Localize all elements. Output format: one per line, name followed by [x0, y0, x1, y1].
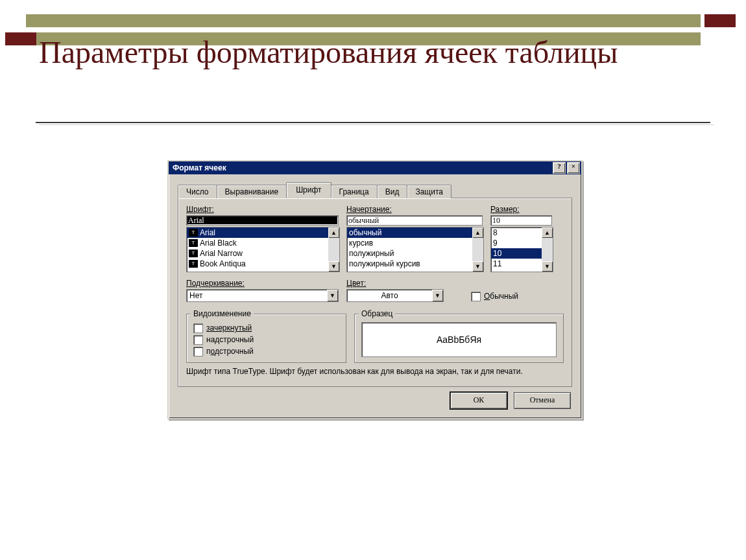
- style-input[interactable]: [346, 215, 483, 226]
- style-listbox[interactable]: обычный курсив полужирный полужирный кур…: [346, 227, 484, 272]
- checkbox-box: [193, 323, 203, 333]
- checkbox-box: [471, 292, 481, 301]
- scroll-down-icon[interactable]: ▼: [542, 261, 553, 272]
- font-scrollbar[interactable]: ▲ ▼: [328, 228, 339, 272]
- scroll-up-icon[interactable]: ▲: [472, 228, 483, 238]
- sample-text: AaBbБбЯя: [361, 322, 557, 357]
- title-bar[interactable]: Формат ячеек ? ×: [169, 161, 581, 174]
- normal-checkbox[interactable]: ООбычныйбычный: [471, 290, 564, 302]
- underline-combo[interactable]: Нет ▼: [186, 289, 339, 302]
- size-listbox[interactable]: 8 9 10 11 ▲ ▼: [490, 227, 553, 272]
- font-item[interactable]: TArial Black: [187, 238, 328, 248]
- slide-title: Параметры форматирования ячеек таблицы: [39, 36, 623, 69]
- help-button[interactable]: ?: [553, 162, 566, 174]
- effect-strikethrough[interactable]: зачеркнутый: [193, 322, 339, 334]
- style-item[interactable]: курсив: [347, 238, 472, 248]
- dialog-format-cells: Формат ячеек ? × Число Выравнивание Шриф…: [167, 160, 583, 419]
- tab-number[interactable]: Число: [178, 185, 217, 198]
- effect-label: зачеркнутый: [206, 322, 252, 334]
- effect-label: надстрочный: [206, 334, 254, 345]
- font-label: Шрифт:: [186, 205, 339, 214]
- effect-label: подстрочный: [206, 345, 254, 357]
- sample-groupbox: Образец AaBbБбЯя: [354, 314, 564, 363]
- ok-button[interactable]: ОК: [450, 392, 507, 409]
- font-item[interactable]: TArial: [187, 228, 328, 238]
- truetype-icon: T: [189, 250, 198, 257]
- underline-label: Подчеркивание:: [186, 279, 339, 288]
- tab-border[interactable]: Граница: [331, 185, 378, 198]
- truetype-icon: T: [189, 260, 198, 268]
- normal-checkbox-label: ООбычныйбычный: [484, 290, 518, 302]
- effects-legend: Видоизменение: [191, 309, 254, 318]
- tab-strip: Число Выравнивание Шрифт Граница Вид Защ…: [178, 182, 572, 198]
- chevron-down-icon[interactable]: ▼: [327, 290, 338, 301]
- decor-bar-red-1: [704, 14, 736, 27]
- size-scrollbar[interactable]: ▲ ▼: [542, 228, 553, 272]
- checkbox-box: [193, 347, 203, 356]
- sample-legend: Образец: [359, 309, 395, 318]
- scroll-up-icon[interactable]: ▲: [542, 228, 553, 238]
- font-item-label: Arial Black: [200, 238, 237, 248]
- color-combo[interactable]: Авто ▼: [346, 289, 444, 302]
- close-button[interactable]: ×: [567, 162, 580, 174]
- tab-pane-font: Шрифт: TArial TArial Black TArial Narrow…: [178, 198, 572, 387]
- scroll-down-icon[interactable]: ▼: [328, 261, 339, 272]
- title-bar-text: Формат ячеек: [173, 163, 551, 172]
- effect-subscript[interactable]: подстрочный подстрочный: [193, 345, 339, 357]
- tab-protection[interactable]: Защита: [407, 185, 451, 198]
- font-item[interactable]: TArial Narrow: [187, 248, 328, 259]
- truetype-icon: T: [189, 239, 198, 247]
- effect-superscript[interactable]: надстрочный надстрочный: [193, 334, 339, 345]
- font-item[interactable]: TBook Antiqua: [187, 259, 328, 269]
- checkbox-box: [193, 335, 203, 345]
- size-item[interactable]: 9: [491, 238, 542, 248]
- font-listbox[interactable]: TArial TArial Black TArial Narrow TBook …: [186, 227, 340, 272]
- style-label: Начертание:: [346, 205, 483, 214]
- effects-groupbox: Видоизменение зачеркнутый надстрочный на…: [186, 314, 346, 363]
- font-input[interactable]: [186, 215, 339, 226]
- size-label: Размер:: [490, 205, 552, 214]
- tab-alignment[interactable]: Выравнивание: [217, 185, 287, 198]
- cancel-button[interactable]: Отмена: [514, 392, 571, 409]
- size-input[interactable]: [490, 215, 552, 226]
- size-item[interactable]: 8: [491, 228, 542, 238]
- style-item[interactable]: полужирный курсив: [347, 259, 472, 269]
- title-underline: [36, 122, 710, 123]
- decor-bar-olive-1: [26, 14, 701, 27]
- style-item[interactable]: полужирный: [347, 248, 472, 259]
- truetype-icon: T: [189, 229, 198, 237]
- decor-bar-red-2: [5, 32, 36, 45]
- tab-pattern[interactable]: Вид: [377, 185, 408, 198]
- tab-font[interactable]: Шрифт: [286, 182, 331, 198]
- chevron-down-icon[interactable]: ▼: [432, 290, 443, 301]
- size-item[interactable]: 11: [491, 259, 542, 269]
- font-item-label: Book Antiqua: [200, 259, 246, 269]
- font-item-label: Arial Narrow: [200, 248, 243, 259]
- truetype-hint: Шрифт типа TrueType. Шрифт будет использ…: [186, 367, 564, 377]
- title-underline-shadow: [39, 124, 714, 125]
- underline-value: Нет: [187, 290, 327, 301]
- scroll-down-icon[interactable]: ▼: [472, 261, 483, 272]
- scroll-up-icon[interactable]: ▲: [328, 228, 339, 238]
- size-item[interactable]: 10: [491, 248, 542, 259]
- style-item[interactable]: обычный: [347, 228, 472, 238]
- font-item-label: Arial: [200, 228, 215, 238]
- style-scrollbar[interactable]: ▲ ▼: [472, 228, 483, 272]
- color-value: Авто: [347, 290, 432, 301]
- color-label: Цвет:: [346, 279, 444, 288]
